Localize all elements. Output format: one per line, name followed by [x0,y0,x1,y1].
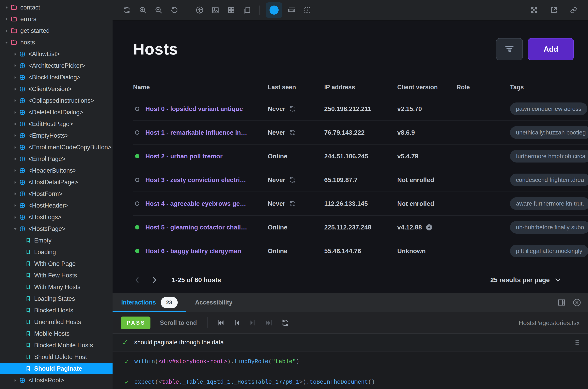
caret-right-icon [13,122,18,127]
pagination-bar: 1-25 of 60 hosts 25 results per page [133,267,588,293]
code-token[interactable]: ._Table_1q8td_1._HostsTable_177p0_1 [179,379,299,386]
sidebar-item-enrollmentcodecopybutton[interactable]: <EnrollmentCodeCopyButton> [0,141,113,153]
sidebar-item-with-few-hosts[interactable]: With Few Hosts [0,269,113,281]
sidebar-item-allowlist[interactable]: <AllowList> [0,48,113,60]
host-name-link[interactable]: Host 6 - baggy belfry clergyman [145,247,241,255]
code-token[interactable]: table [162,379,179,386]
zoom-in-button[interactable] [136,3,149,17]
sidebar-item-contact[interactable]: contact [0,1,113,13]
open-external-button[interactable] [547,3,560,17]
offline-status-icon [135,201,139,206]
sidebar-item-deletehostdialog[interactable]: <DeleteHostDialog> [0,106,113,118]
host-name-link[interactable]: Host 5 - gleaming cofactor chall… [145,224,247,231]
host-name-link[interactable]: Host 3 - zesty conviction electri… [145,176,246,184]
tag-pill: furthermore hmph:oh circa [510,150,588,162]
sidebar-item-architecturepicker[interactable]: <ArchitecturePicker> [0,60,113,71]
caret-right-icon [13,191,18,196]
sidebar-item-hostlogs[interactable]: <HostLogs> [0,211,113,223]
sidebar-item-hostheader[interactable]: <HostHeader> [0,200,113,211]
toolbar-left-group [121,2,314,18]
close-panel-button[interactable] [573,298,581,307]
sidebar-item-loading[interactable]: Loading [0,246,113,258]
sidebar-item-should-paginate[interactable]: Should Paginate [0,363,113,374]
sidebar-item-with-many-hosts[interactable]: With Many Hosts [0,281,113,293]
offline-status-icon [135,107,139,111]
host-name-link[interactable]: Host 4 - agreeable eyebrows ge… [145,200,246,207]
next-page-button[interactable] [150,276,158,284]
column-header-last-seen: Last seen [268,84,324,91]
caret-right-icon [4,5,9,10]
sidebar-item-empty[interactable]: Empty [0,235,113,246]
caret-right-icon [13,52,18,57]
sidebar-item-hostdetailpage[interactable]: <HostDetailPage> [0,176,113,188]
viewports-button[interactable] [241,3,253,17]
tab-interactions[interactable]: Interactions23 [113,293,186,312]
sidebar-item-blocked-mobile-hosts[interactable]: Blocked Mobile Hosts [0,339,113,351]
zoom-reset-button[interactable] [168,3,181,17]
play-start-button[interactable] [216,319,224,327]
sidebar-item-blockhostdialog[interactable]: <BlockHostDialog> [0,71,113,83]
sidebar-item-with-one-page[interactable]: With One Page [0,258,113,269]
sidebar-item-hostsroot[interactable]: <HostsRoot> [0,374,113,386]
column-header-role: Role [457,84,510,91]
sidebar-item-get-started[interactable]: get-started [0,25,113,36]
interaction-group-title[interactable]: ✓should paginate through the data [113,334,588,352]
tab-accessibility[interactable]: Accessibility [186,293,241,312]
sidebar-item-emptyhosts[interactable]: <EmptyHosts> [0,130,113,141]
tags-cell: furthermore hmph:oh circa [510,150,588,162]
sidebar-item-label: With One Page [34,260,76,267]
sidebar-item-label: With Many Hosts [34,284,80,291]
bookmark-icon [25,366,31,371]
host-name-cell: Host 6 - baggy belfry clergyman [133,247,268,255]
sidebar-item-collapsedinstructions[interactable]: <CollapsedInstructions> [0,95,113,106]
sidebar-item-unenrolled-hosts[interactable]: Unenrolled Hosts [0,316,113,328]
code-token: ). [227,358,234,365]
grid-button[interactable] [225,3,238,17]
sidebar-item-loading-states[interactable]: Loading States [0,293,113,304]
panel-orientation-button[interactable] [557,298,566,307]
interaction-step-row[interactable]: ✓within(<div#storybook-root>).findByRole… [113,352,588,372]
bookmark-icon [25,354,31,360]
sidebar-item-label: <HostHeader> [29,202,68,209]
sidebar-item-edithostpage[interactable]: <EditHostPage> [0,118,113,130]
tags-cell: condescend frighteni:drea [510,174,588,186]
last-seen-cell: Online [268,224,324,231]
zoom-out-button[interactable] [152,3,165,17]
measure-button[interactable] [285,3,298,17]
play-next-button[interactable] [248,319,257,327]
rerun-button[interactable] [281,319,289,327]
component-icon [19,144,25,150]
sidebar-item-mobile-hosts[interactable]: Mobile Hosts [0,328,113,339]
fullscreen-button[interactable] [527,3,541,17]
sidebar-item-blocked-hosts[interactable]: Blocked Hosts [0,304,113,316]
host-name-link[interactable]: Host 2 - urban poll tremor [145,153,222,160]
interaction-step-row[interactable]: ✓expect(<table._Table_1q8td_1._HostsTabl… [113,372,588,389]
link-button[interactable] [567,3,580,17]
bookmark-icon [25,261,31,267]
sidebar-item-hostspage[interactable]: <HostsPage> [0,223,113,235]
sidebar-item-clientversion[interactable]: <ClientVersion> [0,83,113,95]
backgrounds-button[interactable] [209,3,222,17]
results-per-page-select[interactable]: 25 results per page [490,276,561,284]
sidebar-item-hostform[interactable]: <HostForm> [0,188,113,200]
play-end-button[interactable] [265,319,273,327]
outline-button[interactable] [301,3,314,17]
scroll-to-end-button[interactable]: Scroll to end [160,319,197,326]
play-back-button[interactable] [232,319,241,327]
sidebar-item-hosts[interactable]: hosts [0,36,113,48]
sidebar-item-headerbuttons[interactable]: <HeaderButtons> [0,165,113,176]
previous-page-button[interactable] [133,276,141,284]
accessibility-button[interactable] [193,3,206,17]
sidebar-item-should-delete-host[interactable]: Should Delete Host [0,351,113,363]
step-list-button[interactable] [572,338,581,347]
sidebar-item-errors[interactable]: errors [0,13,113,25]
bookmark-icon [25,249,31,255]
host-name-link[interactable]: Host 0 - lopsided variant antique [145,105,243,113]
sidebar-item-enrollpage[interactable]: <EnrollPage> [0,153,113,165]
filter-button[interactable] [496,38,523,60]
host-name-link[interactable]: Host 1 - remarkable influence in… [145,129,247,136]
remount-button[interactable] [121,3,133,17]
code-token: within [134,358,155,365]
add-host-button[interactable]: Add [528,38,574,60]
background-selector-button[interactable] [266,2,282,18]
